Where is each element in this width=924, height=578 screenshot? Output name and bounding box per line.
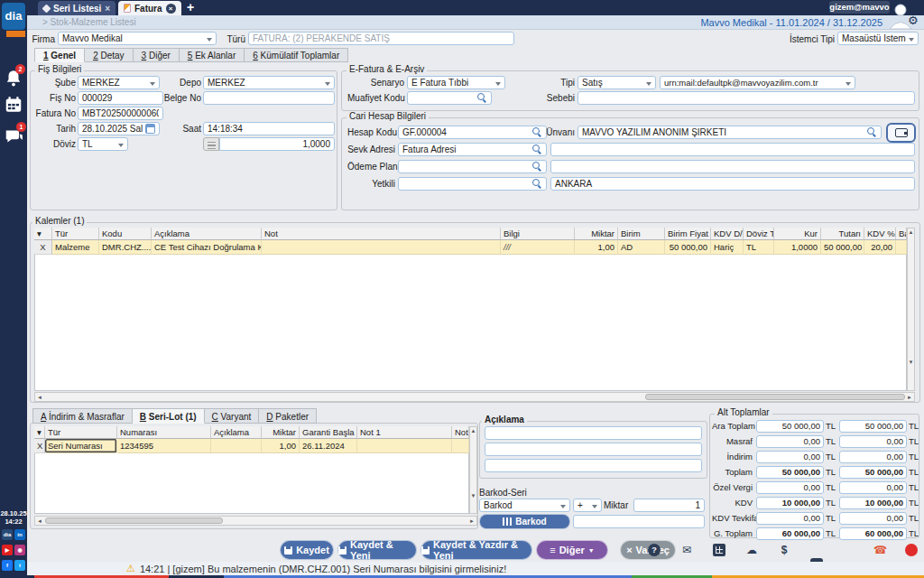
cloud-sync-icon[interactable]: ☁ (745, 544, 758, 556)
user-badge[interactable]: gizem@mavvo (829, 1, 890, 14)
search-icon[interactable] (532, 179, 542, 189)
form-tab[interactable]: 3 Diğer (134, 48, 180, 62)
column-header[interactable]: Kodu (99, 228, 152, 240)
table-cell[interactable]: 26.11.2024 (300, 439, 357, 453)
kur-calculator-icon[interactable] (203, 137, 219, 151)
aciklama-line1-input[interactable] (485, 426, 702, 440)
calculator-icon[interactable] (713, 544, 725, 556)
linkedin-icon[interactable]: in (14, 529, 25, 540)
turu-input[interactable]: FATURA: (2) PERAKENDE SATIŞ (248, 32, 514, 45)
table-cell[interactable]: Hariç (711, 240, 744, 255)
close-tab-icon[interactable]: × (166, 4, 176, 14)
calendar-icon[interactable] (4, 95, 23, 115)
table-cell[interactable]: DMR.CHZ.... (99, 240, 152, 255)
kur-input[interactable]: 1,0000 (219, 137, 335, 151)
table-cell[interactable]: 50 000,00 (665, 240, 711, 255)
column-header[interactable]: ▾ (34, 426, 45, 439)
column-header[interactable]: Açıklama (152, 228, 262, 240)
detail-tab[interactable]: C Varyant (205, 408, 260, 424)
column-header[interactable]: ▾ (34, 228, 52, 240)
table-cell[interactable]: 20,00 (864, 240, 896, 255)
sevk-adresi-detail-input[interactable] (550, 143, 915, 156)
form-tab[interactable]: 6 Kümülatif Toplamlar (245, 48, 348, 62)
table-cell[interactable]: 1,00 (262, 439, 300, 453)
table-cell[interactable]: 1234595 (117, 439, 211, 453)
sebebi-input[interactable] (578, 91, 915, 105)
odeme-plani-detail-input[interactable] (550, 160, 915, 173)
kaydet-button[interactable]: Kaydet (280, 540, 334, 560)
settings-gear-icon[interactable]: ⚙ (908, 14, 919, 27)
table-cell[interactable] (262, 240, 501, 255)
column-header[interactable]: Tür (45, 426, 117, 439)
barkod-type-select[interactable]: Barkod (479, 499, 570, 512)
detail-tab[interactable]: A İndirim & Masraflar (32, 408, 133, 424)
column-header[interactable]: Not (452, 426, 469, 439)
column-header[interactable]: Bilgi (501, 228, 575, 240)
unvan-input[interactable]: MAVVO YAZILIM ANONİM ŞİRKETİ (578, 126, 882, 139)
facebook-icon[interactable]: f (2, 560, 13, 571)
column-header[interactable]: Kur (774, 228, 821, 240)
doviz-select[interactable]: TL (78, 137, 128, 151)
date-picker-icon[interactable] (145, 124, 155, 134)
search-icon[interactable] (867, 127, 877, 137)
scroll-thumb[interactable] (45, 517, 223, 524)
table-cell[interactable]: Malzeme (52, 240, 99, 255)
kalemler-hscrollbar[interactable]: ◄ ► (34, 392, 915, 402)
fis-no-input[interactable]: 000029 (78, 91, 163, 105)
column-header[interactable]: Bağ (896, 228, 907, 240)
kalemler-row[interactable]: XMalzemeDMR.CHZ....CE Test Cihazı Doğrul… (34, 240, 907, 255)
barkod-miktar-input[interactable]: 1 (633, 499, 705, 512)
twitter-icon[interactable]: t (14, 560, 25, 571)
barkod-button[interactable]: Barkod (479, 514, 570, 529)
odeme-plani-input[interactable] (398, 160, 547, 173)
muafiyet-kodu-input[interactable] (407, 91, 492, 105)
table-cell[interactable]: 1,0000 (774, 240, 821, 255)
scroll-left-icon[interactable]: ◄ (37, 517, 42, 525)
dia-social-icon[interactable]: dia (2, 529, 13, 540)
hesap-kodu-input[interactable]: GF.000004 (398, 126, 547, 139)
diger-button[interactable]: ≡Diğer▼ (536, 540, 608, 560)
table-cell[interactable] (211, 439, 262, 453)
column-header[interactable]: Birim (618, 228, 665, 240)
istemci-tipi-select[interactable]: Masaüstü İstemci (837, 32, 919, 45)
belge-no-input[interactable] (203, 91, 335, 105)
tarih-input[interactable]: 28.10.2025 Sal (78, 122, 160, 135)
column-header[interactable]: Açıklama (211, 426, 262, 439)
cari-detay-wallet-button[interactable] (886, 123, 916, 143)
phone-icon[interactable]: ☎ (873, 544, 886, 556)
mail-icon[interactable]: ✉ (680, 544, 693, 556)
column-header[interactable]: Birim Fiyat (665, 228, 711, 240)
senaryo-select[interactable]: E Fatura Tıbbi (407, 76, 505, 89)
depo-select[interactable]: MERKEZ (203, 76, 335, 89)
table-cell[interactable]: /// (501, 240, 575, 255)
help-icon[interactable]: ? (648, 544, 661, 556)
sehir-input[interactable]: ANKARA (550, 177, 915, 191)
table-cell[interactable]: 50 000,00 (821, 240, 864, 255)
firma-select[interactable]: Mavvo Medikal (58, 32, 217, 45)
column-header[interactable]: Tür (52, 228, 99, 240)
form-tab[interactable]: 2 Detay (85, 48, 133, 62)
search-icon[interactable] (532, 144, 542, 154)
column-header[interactable]: Döviz Tü (744, 228, 774, 240)
scroll-right-icon[interactable]: ► (469, 517, 475, 525)
table-cell[interactable]: CE Test Cihazı Doğrulama K... (152, 240, 262, 255)
window-tab-fatura[interactable]: Fatura × (118, 1, 181, 15)
column-header[interactable]: Not (262, 228, 501, 240)
column-header[interactable]: Numarası (117, 426, 211, 439)
aciklama-line3-input[interactable] (485, 459, 702, 472)
fatura-no-input[interactable]: MBT2025000000609 (78, 107, 163, 120)
yetkili-input[interactable] (398, 177, 547, 191)
youtube-icon[interactable]: ▶ (2, 545, 13, 555)
sevk-adresi-input[interactable]: Fatura Adresi (398, 143, 547, 156)
kalemler-vscrollbar[interactable]: ▲▼ (907, 228, 915, 391)
scroll-left-icon[interactable]: ◄ (37, 394, 42, 401)
search-icon[interactable] (532, 127, 542, 137)
form-tab[interactable]: 1 Genel (34, 48, 85, 62)
column-header[interactable]: Miktar (262, 426, 300, 439)
table-cell[interactable] (452, 439, 469, 453)
barkod-op-select[interactable]: + (573, 499, 602, 512)
search-icon[interactable] (477, 93, 487, 103)
serilot-row[interactable]: XSeri Numarası12345951,0026.11.2024 (34, 439, 469, 453)
column-header[interactable]: Not 1 (357, 426, 452, 439)
kaydet-yeni-button[interactable]: Kaydet & Yeni (337, 540, 417, 560)
